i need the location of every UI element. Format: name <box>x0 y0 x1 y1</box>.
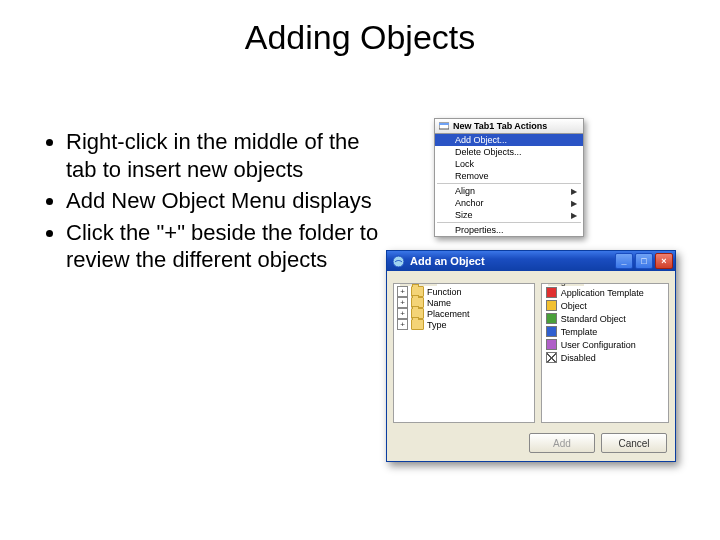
tree-row-label: Function <box>427 287 462 297</box>
context-menu-title-text: New Tab1 Tab Actions <box>453 121 547 131</box>
context-menu-item-label: Properties... <box>455 225 504 235</box>
add-button[interactable]: Add <box>529 433 595 453</box>
context-menu-item[interactable]: Size▶ <box>435 209 583 221</box>
legend-label: Object <box>561 301 587 311</box>
bullet-item: Click the "+" beside the folder to revie… <box>66 219 380 274</box>
legend-label: Application Template <box>561 288 644 298</box>
svg-rect-1 <box>439 123 449 125</box>
tab-actions-icon <box>439 121 449 131</box>
dialog-body: Objects +Function+Name+Placement+Type Le… <box>387 271 675 429</box>
chevron-right-icon: ▶ <box>571 199 577 208</box>
context-menu-item[interactable]: Anchor▶ <box>435 197 583 209</box>
legend-row: User Configuration <box>544 338 666 351</box>
menu-separator <box>437 183 581 184</box>
dialog-title: Add an Object <box>410 255 610 267</box>
legend-row: Object <box>544 299 666 312</box>
bullet-list: Right-click in the middle of the tab to … <box>40 128 380 278</box>
expand-icon[interactable]: + <box>397 319 408 330</box>
context-menu-item[interactable]: Remove <box>435 170 583 182</box>
legend-label: Template <box>561 327 598 337</box>
menu-separator <box>437 222 581 223</box>
context-menu-item[interactable]: Align▶ <box>435 185 583 197</box>
expand-icon[interactable]: + <box>397 286 408 297</box>
expand-icon[interactable]: + <box>397 297 408 308</box>
context-menu-item[interactable]: Properties... <box>435 224 583 236</box>
legend-pane-header: Legend <box>548 283 584 286</box>
color-swatch-icon <box>546 339 557 350</box>
color-swatch-icon <box>546 326 557 337</box>
context-menu-item[interactable]: Add Object... <box>435 134 583 146</box>
legend-row: Template <box>544 325 666 338</box>
context-menu-item-label: Delete Objects... <box>455 147 522 157</box>
maximize-button[interactable]: □ <box>635 253 653 269</box>
legend-label: User Configuration <box>561 340 636 350</box>
tree-row-label: Name <box>427 298 451 308</box>
legend-label: Disabled <box>561 353 596 363</box>
dialog-titlebar[interactable]: Add an Object _ □ × <box>387 251 675 271</box>
expand-icon[interactable]: + <box>397 308 408 319</box>
minimize-button[interactable]: _ <box>615 253 633 269</box>
legend-row: Disabled <box>544 351 666 364</box>
legend-label: Standard Object <box>561 314 626 324</box>
tree-row-label: Placement <box>427 309 470 319</box>
dialog-footer: Add Cancel <box>387 429 675 461</box>
context-menu-item-label: Anchor <box>455 198 484 208</box>
window-buttons: _ □ × <box>615 253 673 269</box>
chevron-right-icon: ▶ <box>571 187 577 196</box>
page-title: Adding Objects <box>0 18 720 57</box>
tree-row-label: Type <box>427 320 447 330</box>
svg-point-2 <box>393 256 404 267</box>
legend-row: Application Template <box>544 286 666 299</box>
context-menu: New Tab1 Tab Actions Add Object...Delete… <box>434 118 584 237</box>
context-menu-item[interactable]: Lock <box>435 158 583 170</box>
context-menu-item[interactable]: Delete Objects... <box>435 146 583 158</box>
close-button[interactable]: × <box>655 253 673 269</box>
slide: Adding Objects Right-click in the middle… <box>0 0 720 540</box>
color-swatch-icon <box>546 287 557 298</box>
app-icon <box>392 255 405 268</box>
context-menu-title: New Tab1 Tab Actions <box>434 118 584 133</box>
legend-pane: Legend Application TemplateObjectStandar… <box>541 283 669 423</box>
color-swatch-icon <box>546 300 557 311</box>
add-object-dialog: Add an Object _ □ × Objects +Function+Na… <box>386 250 676 462</box>
disabled-icon <box>546 352 557 363</box>
objects-pane: Objects +Function+Name+Placement+Type <box>393 283 535 423</box>
context-menu-item-label: Lock <box>455 159 474 169</box>
context-menu-item-label: Add Object... <box>455 135 507 145</box>
bullet-item: Add New Object Menu displays <box>66 187 380 215</box>
folder-icon <box>411 319 424 330</box>
bullet-item: Right-click in the middle of the tab to … <box>66 128 380 183</box>
context-menu-item-label: Remove <box>455 171 489 181</box>
tree-row[interactable]: +Type <box>396 319 532 330</box>
color-swatch-icon <box>546 313 557 324</box>
cancel-button[interactable]: Cancel <box>601 433 667 453</box>
context-menu-item-label: Size <box>455 210 473 220</box>
context-menu-item-label: Align <box>455 186 475 196</box>
legend-row: Standard Object <box>544 312 666 325</box>
chevron-right-icon: ▶ <box>571 211 577 220</box>
